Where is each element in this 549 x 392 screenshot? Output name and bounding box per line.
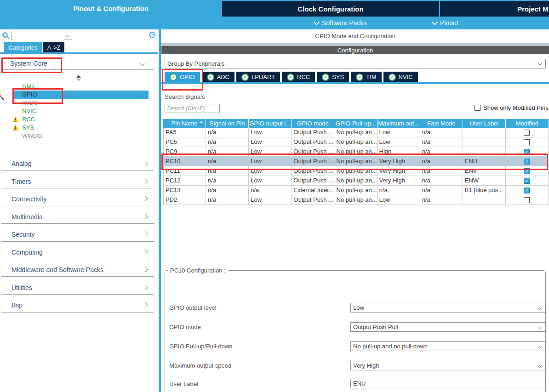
peripheral-tab-sys[interactable]: SYS — [317, 72, 349, 82]
spinner-up-icon — [76, 75, 81, 78]
sidebar-item-nvic[interactable]: NVIC — [0, 107, 158, 115]
status-ok-icon — [287, 74, 294, 81]
peripheral-tab-lpuart[interactable]: LPUART — [236, 72, 280, 82]
subnav-pinout[interactable]: Pinout — [433, 17, 458, 29]
list-collapse-spinner[interactable] — [76, 75, 82, 81]
status-ok-icon — [322, 74, 329, 81]
divider — [1, 312, 154, 312]
modified-checkbox[interactable] — [524, 178, 530, 184]
sidebar-item-gpio[interactable]: GPIO — [0, 91, 158, 99]
gpio-pull-label: GPIO Pull-up/Pull-down — [169, 343, 232, 350]
column-header-gpio-pull[interactable]: GPIO Pull-up... — [334, 119, 377, 128]
section-system-core[interactable]: System Core — [0, 58, 158, 70]
table-row-pc10-selected[interactable]: PC10 n/a Low Output Push ... No pull-up … — [163, 157, 549, 166]
divider — [1, 188, 154, 188]
divider — [1, 170, 154, 171]
show-only-modified-label: Show only Modified Pins — [483, 104, 549, 111]
table-row-pc9[interactable]: PC9 n/a Low Output Push ... No pull-up a… — [163, 147, 549, 157]
chevron-down-icon — [140, 62, 145, 66]
chevron-right-icon — [143, 267, 148, 272]
table-row-pc5[interactable]: PC5 n/a Low Output Push ... No pull-up a… — [163, 137, 549, 147]
modified-checkbox[interactable] — [524, 149, 530, 155]
maximum-output-speed-label: Maximum output speed — [169, 362, 231, 369]
peripheral-tabs: GPIO ADC LPUART RCC SYS TIM NVIC — [165, 72, 418, 82]
peripheral-search-input[interactable] — [13, 32, 64, 40]
gpio-mode-select[interactable]: Output Push Pull — [350, 322, 545, 332]
table-row-pc12[interactable]: PC12 n/a Low Output Push ... No pull-up … — [163, 176, 549, 186]
modified-checkbox[interactable] — [524, 159, 530, 165]
category-security[interactable]: Security — [0, 230, 158, 239]
group-by-select[interactable]: Group By Peripherals — [165, 59, 546, 68]
modified-checkbox[interactable] — [524, 130, 530, 136]
gpio-pull-select[interactable]: No pull-up and no pull-down — [350, 341, 545, 351]
category-multimedia[interactable]: Multimedia — [0, 213, 158, 222]
category-timers[interactable]: Timers — [0, 177, 158, 187]
column-header-maximum-output[interactable]: Maximum out... — [377, 119, 420, 128]
column-header-user-label[interactable]: User Label — [463, 119, 506, 128]
peripheral-tab-gpio[interactable]: GPIO — [165, 72, 200, 82]
settings-gear-icon[interactable] — [148, 30, 158, 40]
chevron-down-icon — [432, 19, 438, 25]
sidebar-item-dma[interactable]: DMA — [0, 83, 158, 91]
divider — [1, 69, 154, 70]
user-label-input[interactable] — [350, 379, 545, 388]
group-by-value: Group By Peripherals — [167, 60, 224, 67]
column-header-gpio-mode[interactable]: GPIO mode — [292, 119, 334, 128]
show-only-modified-checkbox[interactable] — [475, 105, 480, 111]
subnav-pinout-label: Pinout — [440, 19, 458, 27]
stm32cubemx-window: Pinout & Configuration Clock Configurati… — [0, 0, 549, 392]
chevron-down-icon — [538, 364, 542, 368]
gpio-output-level-select[interactable]: Low — [350, 303, 545, 312]
modified-checkbox[interactable] — [524, 139, 530, 145]
category-analog[interactable]: Analog — [0, 159, 158, 169]
mouse-cursor — [0, 92, 4, 102]
chevron-right-icon — [143, 231, 148, 236]
peripheral-tab-rcc[interactable]: RCC — [282, 72, 315, 82]
category-utilities[interactable]: Utilities — [0, 284, 158, 293]
subnav-software-packs[interactable]: Software Packs — [315, 17, 366, 29]
peripheral-tab-adc[interactable]: ADC — [202, 72, 234, 82]
peripherals-sidebar: Categories A->Z System Core DMA GPIO IWD… — [0, 29, 158, 392]
table-row-pc13[interactable]: PC13 n/a n/a External Inter... No pull-u… — [163, 186, 549, 195]
category-middleware-and-software-packs[interactable]: Middleware and Software Packs — [0, 266, 158, 275]
peripheral-tab-nvic[interactable]: NVIC — [383, 72, 418, 82]
category-bsp[interactable]: Bsp — [0, 301, 158, 310]
column-header-signal-on-pin[interactable]: Signal on Pin — [206, 119, 249, 128]
category-computing[interactable]: Computing — [0, 248, 158, 257]
gpio-mode-label: GPIO mode — [169, 324, 201, 330]
column-header-modified[interactable]: Modified — [506, 119, 549, 128]
table-row-pa5[interactable]: PA5 n/a Low Output Push ... No pull-up a… — [163, 128, 549, 137]
sidebar-item-rcc[interactable]: RCC — [0, 115, 158, 124]
tab-clock-configuration[interactable]: Clock Configuration — [222, 1, 439, 17]
modified-checkbox[interactable] — [524, 168, 530, 174]
signal-search-input[interactable] — [165, 104, 220, 113]
table-row-pc11[interactable]: PC11 n/a Low Output Push ... No pull-up … — [163, 166, 549, 176]
tab-pinout-and-configuration[interactable]: Pinout & Configuration — [0, 0, 222, 17]
category-connectivity[interactable]: Connectivity — [0, 195, 158, 204]
chevron-down-icon — [538, 61, 543, 66]
sidebar-item-wwdg[interactable]: WWDG — [0, 132, 158, 140]
column-header-gpio-output-level[interactable]: GPIO output l... — [249, 119, 292, 128]
chevron-down-icon — [538, 306, 542, 310]
column-header-fast-mode[interactable]: Fast Mode — [420, 119, 463, 128]
chevron-right-icon — [143, 302, 148, 307]
modified-checkbox[interactable] — [524, 197, 530, 203]
tab-categories[interactable]: Categories — [4, 42, 42, 52]
tab-a-z[interactable]: A->Z — [43, 42, 64, 52]
divider — [1, 241, 154, 242]
peripheral-search-combobox[interactable] — [11, 31, 72, 40]
top-header: Pinout & Configuration Clock Configurati… — [0, 0, 549, 29]
table-header-row: Pin Name Signal on Pin GPIO output l... … — [163, 119, 549, 128]
sidebar-item-sys[interactable]: SYS — [0, 124, 158, 132]
panel-divider[interactable] — [159, 29, 161, 392]
modified-checkbox[interactable] — [524, 187, 530, 193]
sidebar-item-iwdg[interactable]: IWDG — [0, 99, 158, 107]
sidebar-tab-underline — [0, 52, 158, 54]
divider — [1, 259, 154, 259]
status-ok-icon — [170, 74, 177, 81]
maximum-output-speed-select[interactable]: Very High — [350, 361, 545, 370]
tab-project-manager[interactable]: Project M — [440, 1, 549, 17]
table-row-pd2[interactable]: PD2 n/a Low Output Push ... No pull-up a… — [163, 195, 549, 205]
peripheral-tab-tim[interactable]: TIM — [351, 72, 381, 82]
column-header-pin-name[interactable]: Pin Name — [163, 119, 206, 128]
